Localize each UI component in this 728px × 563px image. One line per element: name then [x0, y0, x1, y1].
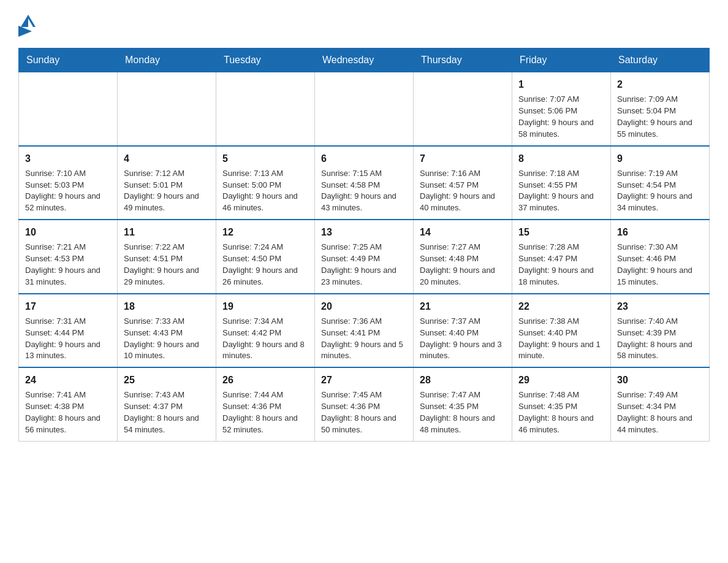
- day-info: Sunrise: 7:28 AM Sunset: 4:47 PM Dayligh…: [518, 242, 594, 286]
- day-info: Sunrise: 7:27 AM Sunset: 4:48 PM Dayligh…: [420, 242, 495, 286]
- day-number: 14: [420, 225, 506, 239]
- day-number: 8: [518, 151, 604, 166]
- svg-marker-2: [18, 26, 32, 37]
- day-info: Sunrise: 7:07 AM Sunset: 5:06 PM Dayligh…: [518, 94, 594, 139]
- day-number: 28: [420, 373, 506, 387]
- day-number: 2: [617, 77, 703, 91]
- day-number: 15: [518, 225, 604, 239]
- calendar-cell: 8Sunrise: 7:18 AM Sunset: 4:55 PM Daylig…: [512, 146, 611, 220]
- calendar-cell: [19, 72, 118, 146]
- calendar-cell: [216, 72, 315, 146]
- weekday-header-wednesday: Wednesday: [315, 48, 414, 72]
- calendar-cell: 17Sunrise: 7:31 AM Sunset: 4:44 PM Dayli…: [19, 294, 118, 368]
- day-info: Sunrise: 7:43 AM Sunset: 4:37 PM Dayligh…: [124, 390, 199, 434]
- calendar-cell: 10Sunrise: 7:21 AM Sunset: 4:53 PM Dayli…: [19, 220, 118, 294]
- logo-arrow-icon: [18, 26, 32, 37]
- day-number: 17: [25, 299, 111, 313]
- day-number: 10: [25, 225, 111, 239]
- day-info: Sunrise: 7:34 AM Sunset: 4:42 PM Dayligh…: [222, 316, 305, 361]
- calendar-cell: 1Sunrise: 7:07 AM Sunset: 5:06 PM Daylig…: [512, 72, 611, 146]
- calendar-cell: 9Sunrise: 7:19 AM Sunset: 4:54 PM Daylig…: [611, 146, 710, 220]
- day-number: 26: [222, 373, 308, 387]
- day-info: Sunrise: 7:09 AM Sunset: 5:04 PM Dayligh…: [617, 94, 692, 139]
- calendar-cell: 16Sunrise: 7:30 AM Sunset: 4:46 PM Dayli…: [611, 220, 710, 294]
- calendar-cell: 3Sunrise: 7:10 AM Sunset: 5:03 PM Daylig…: [19, 146, 118, 220]
- day-info: Sunrise: 7:45 AM Sunset: 4:36 PM Dayligh…: [321, 390, 396, 434]
- calendar-cell: 7Sunrise: 7:16 AM Sunset: 4:57 PM Daylig…: [414, 146, 512, 220]
- calendar-cell: 12Sunrise: 7:24 AM Sunset: 4:50 PM Dayli…: [216, 220, 315, 294]
- calendar-week-row: 17Sunrise: 7:31 AM Sunset: 4:44 PM Dayli…: [19, 294, 710, 368]
- calendar-cell: 4Sunrise: 7:12 AM Sunset: 5:01 PM Daylig…: [118, 146, 216, 220]
- day-number: 22: [518, 299, 604, 313]
- day-info: Sunrise: 7:15 AM Sunset: 4:58 PM Dayligh…: [321, 169, 396, 213]
- calendar-cell: [414, 72, 512, 146]
- day-info: Sunrise: 7:48 AM Sunset: 4:35 PM Dayligh…: [518, 390, 594, 434]
- calendar-cell: 19Sunrise: 7:34 AM Sunset: 4:42 PM Dayli…: [216, 294, 315, 368]
- day-number: 12: [222, 225, 308, 239]
- calendar-week-row: 10Sunrise: 7:21 AM Sunset: 4:53 PM Dayli…: [19, 220, 710, 294]
- weekday-header-friday: Friday: [512, 48, 611, 72]
- day-number: 20: [321, 299, 407, 313]
- calendar-week-row: 3Sunrise: 7:10 AM Sunset: 5:03 PM Daylig…: [19, 146, 710, 220]
- calendar-cell: 21Sunrise: 7:37 AM Sunset: 4:40 PM Dayli…: [414, 294, 512, 368]
- day-info: Sunrise: 7:10 AM Sunset: 5:03 PM Dayligh…: [25, 169, 100, 213]
- day-number: 7: [420, 151, 506, 166]
- day-info: Sunrise: 7:47 AM Sunset: 4:35 PM Dayligh…: [420, 390, 495, 434]
- calendar-cell: [315, 72, 414, 146]
- weekday-header-row: SundayMondayTuesdayWednesdayThursdayFrid…: [19, 48, 710, 72]
- calendar-cell: 27Sunrise: 7:45 AM Sunset: 4:36 PM Dayli…: [315, 367, 414, 441]
- calendar-week-row: 24Sunrise: 7:41 AM Sunset: 4:38 PM Dayli…: [19, 367, 710, 441]
- day-number: 9: [617, 151, 703, 166]
- weekday-header-saturday: Saturday: [611, 48, 710, 72]
- logo-area: [18, 12, 38, 37]
- day-info: Sunrise: 7:40 AM Sunset: 4:39 PM Dayligh…: [617, 316, 692, 361]
- calendar-table: SundayMondayTuesdayWednesdayThursdayFrid…: [18, 48, 710, 442]
- calendar-cell: 23Sunrise: 7:40 AM Sunset: 4:39 PM Dayli…: [611, 294, 710, 368]
- day-info: Sunrise: 7:36 AM Sunset: 4:41 PM Dayligh…: [321, 316, 403, 361]
- calendar-cell: 2Sunrise: 7:09 AM Sunset: 5:04 PM Daylig…: [611, 72, 710, 146]
- day-number: 3: [25, 151, 111, 166]
- day-number: 13: [321, 225, 407, 239]
- day-number: 23: [617, 299, 703, 313]
- day-number: 19: [222, 299, 308, 313]
- day-info: Sunrise: 7:37 AM Sunset: 4:40 PM Dayligh…: [420, 316, 502, 361]
- day-number: 25: [124, 373, 210, 387]
- day-info: Sunrise: 7:21 AM Sunset: 4:53 PM Dayligh…: [25, 242, 100, 286]
- calendar-cell: 13Sunrise: 7:25 AM Sunset: 4:49 PM Dayli…: [315, 220, 414, 294]
- day-number: 5: [222, 151, 308, 166]
- day-info: Sunrise: 7:24 AM Sunset: 4:50 PM Dayligh…: [222, 242, 298, 286]
- calendar-cell: 5Sunrise: 7:13 AM Sunset: 5:00 PM Daylig…: [216, 146, 315, 220]
- calendar-cell: 30Sunrise: 7:49 AM Sunset: 4:34 PM Dayli…: [611, 367, 710, 441]
- calendar-cell: [118, 72, 216, 146]
- day-number: 18: [124, 299, 210, 313]
- day-info: Sunrise: 7:18 AM Sunset: 4:55 PM Dayligh…: [518, 169, 594, 213]
- day-info: Sunrise: 7:30 AM Sunset: 4:46 PM Dayligh…: [617, 242, 692, 286]
- calendar-cell: 15Sunrise: 7:28 AM Sunset: 4:47 PM Dayli…: [512, 220, 611, 294]
- day-number: 16: [617, 225, 703, 239]
- calendar-week-row: 1Sunrise: 7:07 AM Sunset: 5:06 PM Daylig…: [19, 72, 710, 146]
- day-number: 4: [124, 151, 210, 166]
- day-info: Sunrise: 7:16 AM Sunset: 4:57 PM Dayligh…: [420, 169, 495, 213]
- day-info: Sunrise: 7:19 AM Sunset: 4:54 PM Dayligh…: [617, 169, 692, 213]
- day-number: 30: [617, 373, 703, 387]
- day-info: Sunrise: 7:49 AM Sunset: 4:34 PM Dayligh…: [617, 390, 692, 434]
- weekday-header-monday: Monday: [118, 48, 216, 72]
- calendar-cell: 28Sunrise: 7:47 AM Sunset: 4:35 PM Dayli…: [414, 367, 512, 441]
- day-info: Sunrise: 7:25 AM Sunset: 4:49 PM Dayligh…: [321, 242, 396, 286]
- day-info: Sunrise: 7:38 AM Sunset: 4:40 PM Dayligh…: [518, 316, 601, 361]
- weekday-header-thursday: Thursday: [414, 48, 512, 72]
- calendar-cell: 24Sunrise: 7:41 AM Sunset: 4:38 PM Dayli…: [19, 367, 118, 441]
- day-number: 29: [518, 373, 604, 387]
- day-info: Sunrise: 7:33 AM Sunset: 4:43 PM Dayligh…: [124, 316, 199, 361]
- day-info: Sunrise: 7:12 AM Sunset: 5:01 PM Dayligh…: [124, 169, 199, 213]
- day-info: Sunrise: 7:13 AM Sunset: 5:00 PM Dayligh…: [222, 169, 298, 213]
- day-number: 11: [124, 225, 210, 239]
- header: [18, 12, 710, 37]
- weekday-header-sunday: Sunday: [19, 48, 118, 72]
- calendar-cell: 20Sunrise: 7:36 AM Sunset: 4:41 PM Dayli…: [315, 294, 414, 368]
- day-number: 27: [321, 373, 407, 387]
- calendar-cell: 26Sunrise: 7:44 AM Sunset: 4:36 PM Dayli…: [216, 367, 315, 441]
- day-number: 6: [321, 151, 407, 166]
- day-info: Sunrise: 7:22 AM Sunset: 4:51 PM Dayligh…: [124, 242, 199, 286]
- calendar-cell: 22Sunrise: 7:38 AM Sunset: 4:40 PM Dayli…: [512, 294, 611, 368]
